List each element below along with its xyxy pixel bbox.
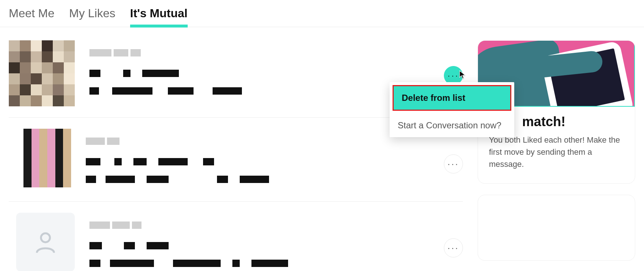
- list-item: [9, 213, 463, 271]
- start-conversation-option[interactable]: Start a Conversation now?: [390, 114, 514, 137]
- user-name-censored: [89, 46, 444, 58]
- cursor-icon: [459, 70, 466, 81]
- avatar[interactable]: [9, 40, 75, 106]
- list-item: [9, 129, 463, 202]
- svg-point-0: [41, 233, 50, 242]
- more-options-button[interactable]: [444, 238, 463, 257]
- list-item: Delete from list Start a Conversation no…: [9, 40, 463, 118]
- more-options-button[interactable]: [444, 154, 463, 173]
- match-description: You both Liked each other! Make the firs…: [489, 134, 624, 170]
- user-icon: [33, 229, 58, 255]
- user-line-censored: [89, 257, 444, 268]
- tabs-bar: Meet Me My Likes It's Mutual: [0, 0, 644, 27]
- user-line-censored: [89, 67, 444, 78]
- tab-meet-me[interactable]: Meet Me: [9, 7, 54, 27]
- dots-icon: [448, 243, 459, 253]
- user-name-censored: [89, 219, 444, 230]
- tab-my-likes[interactable]: My Likes: [69, 7, 115, 27]
- avatar[interactable]: [23, 129, 71, 187]
- user-line-censored: [86, 173, 444, 184]
- mutual-list: Delete from list Start a Conversation no…: [9, 40, 463, 271]
- more-options-dropdown: Delete from list Start a Conversation no…: [390, 82, 514, 137]
- sidebar-empty-card: [478, 195, 635, 261]
- user-line-censored: [89, 239, 444, 251]
- list-item-info: [86, 129, 444, 190]
- avatar-placeholder[interactable]: [16, 213, 75, 271]
- tab-its-mutual[interactable]: It's Mutual: [130, 7, 188, 27]
- dots-icon: [448, 159, 459, 169]
- user-line-censored: [86, 155, 444, 167]
- dots-icon: [448, 70, 459, 81]
- list-item-info: [89, 213, 444, 271]
- delete-from-list-option[interactable]: Delete from list: [393, 85, 511, 111]
